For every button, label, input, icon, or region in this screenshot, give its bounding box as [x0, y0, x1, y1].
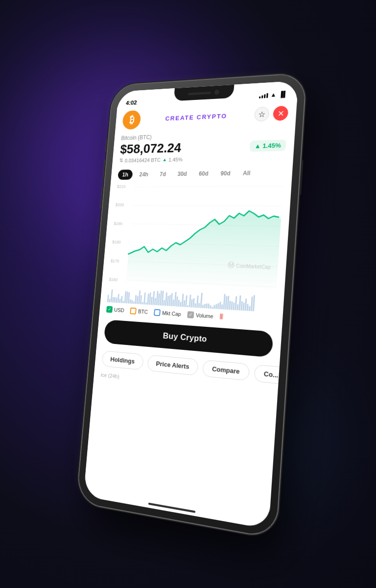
tab-60d[interactable]: 60d — [194, 169, 213, 179]
favorite-button[interactable]: ☆ — [254, 106, 270, 122]
status-icons: ▲ ▐▌ — [259, 91, 287, 99]
more-pill[interactable]: Co... — [254, 365, 280, 385]
y-label-210: $210 — [117, 184, 126, 189]
up-arrow-icon: ▲ — [162, 157, 167, 162]
tab-all[interactable]: All — [238, 168, 256, 178]
close-button[interactable]: ✕ — [273, 106, 289, 121]
wifi-icon: ▲ — [270, 91, 277, 98]
camera — [214, 90, 219, 95]
watermark: Ⓜ CoinMarketCap — [227, 261, 271, 271]
pct-change: 1.45% — [168, 156, 183, 162]
phone-shell: 4:02 ▲ ▐▌ — [77, 74, 306, 538]
btc-logo: ₿ — [122, 110, 141, 130]
volume-label: Volume — [196, 312, 213, 319]
phone-device: 4:02 ▲ ▐▌ — [77, 74, 306, 538]
compare-pill[interactable]: Compare — [202, 360, 250, 381]
btc-checkbox[interactable] — [130, 307, 137, 314]
tab-90d[interactable]: 90d — [215, 168, 235, 179]
price-chart[interactable]: $210 $200 $190 $180 $170 $160 — [102, 181, 292, 293]
price-section: Bitcoin (BTC) $58,072.24 ▲ 1.45% ⇅ 0.034… — [112, 127, 295, 167]
holdings-pill[interactable]: Holdings — [101, 350, 143, 370]
tab-7d[interactable]: 7d — [155, 169, 170, 179]
tab-1h[interactable]: 1h — [118, 170, 133, 180]
legend-mktcap: Mkt Cap — [154, 309, 181, 317]
home-indicator — [148, 503, 196, 513]
tab-24h[interactable]: 24h — [135, 169, 153, 179]
usd-label: USD — [114, 307, 124, 313]
price-alerts-pill[interactable]: Price Alerts — [147, 355, 199, 376]
y-label-190: $190 — [114, 221, 122, 226]
svg-line-1 — [133, 205, 282, 206]
svg-line-0 — [134, 186, 283, 187]
time-tabs: 1h 24h 7d 30d 60d 90d All — [111, 164, 293, 183]
mktcap-label: Mkt Cap — [162, 310, 181, 317]
status-time: 4:02 — [126, 99, 138, 106]
star-icon: ☆ — [258, 109, 265, 119]
btc-label: BTC — [138, 308, 148, 315]
mktcap-checkbox[interactable] — [154, 309, 161, 316]
volume-checkbox[interactable]: ✓ — [187, 311, 194, 318]
app-screen: 4:02 ▲ ▐▌ — [83, 81, 298, 529]
volume-bar — [187, 305, 188, 307]
volume-bar — [212, 307, 213, 309]
watermark-icon: Ⓜ — [227, 261, 235, 270]
chart-svg — [109, 181, 283, 293]
volume-chart-icon: 𝄃𝄃 — [220, 312, 223, 321]
close-icon: ✕ — [277, 108, 284, 118]
tab-30d[interactable]: 30d — [173, 169, 192, 179]
watermark-text: CoinMarketCap — [236, 263, 271, 270]
usd-checkbox[interactable]: ✓ — [106, 306, 113, 313]
y-label-160: $160 — [109, 277, 118, 282]
y-label-180: $180 — [112, 240, 121, 245]
speaker — [188, 92, 211, 95]
btc-change: 0.03416424 BTC — [124, 157, 161, 163]
legend-volume: ✓ Volume — [187, 311, 213, 320]
header-actions: ☆ ✕ — [254, 106, 289, 122]
legend-btc: BTC — [130, 307, 148, 315]
y-label-200: $200 — [115, 203, 124, 207]
badge-text: ▲ 1.45% — [254, 142, 281, 149]
signal-icon — [259, 92, 268, 98]
battery-icon: ▐▌ — [279, 91, 287, 98]
brand-name: CREATE CRYPTO — [144, 111, 250, 123]
price-badge: ▲ 1.45% — [249, 139, 286, 151]
arrows-icon: ⇅ — [119, 157, 123, 163]
price-main: $58,072.24 — [119, 140, 182, 156]
legend-usd: ✓ USD — [106, 306, 124, 314]
phone-screen: 4:02 ▲ ▐▌ — [83, 81, 298, 529]
y-label-170: $170 — [111, 258, 119, 263]
